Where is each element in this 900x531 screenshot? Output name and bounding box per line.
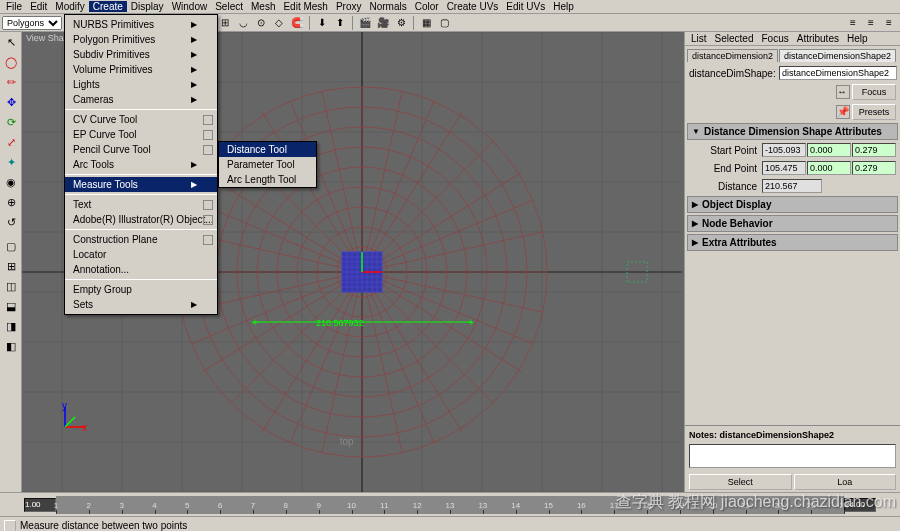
menu-display[interactable]: Display: [127, 1, 168, 12]
menu-create[interactable]: Create: [89, 1, 127, 12]
last-tool-icon[interactable]: ↺: [1, 213, 21, 231]
submenu-item[interactable]: Arc Length Tool: [219, 172, 316, 187]
section-distance-shape[interactable]: ▼ Distance Dimension Shape Attributes: [687, 123, 898, 140]
menu-file[interactable]: File: [2, 1, 26, 12]
submenu-item[interactable]: Parameter Tool: [219, 157, 316, 172]
menu-item[interactable]: Cameras▶: [65, 92, 217, 107]
start-y-field[interactable]: [807, 143, 851, 157]
script-toggle-icon[interactable]: [4, 520, 16, 532]
tab-transform[interactable]: distanceDimension2: [687, 49, 778, 62]
menu-edit-mesh[interactable]: Edit Mesh: [279, 1, 331, 12]
menu-item[interactable]: Measure Tools▶: [65, 177, 217, 192]
menu-edit-uvs[interactable]: Edit UVs: [502, 1, 549, 12]
custom-layout-icon[interactable]: ◧: [1, 337, 21, 355]
ipr-icon[interactable]: 🎥: [375, 15, 391, 31]
layout-icon[interactable]: ▦: [418, 15, 434, 31]
ae-menu-attributes[interactable]: Attributes: [793, 33, 843, 44]
menu-item[interactable]: Construction Plane: [65, 232, 217, 247]
end-z-field[interactable]: [852, 161, 896, 175]
menu-mesh[interactable]: Mesh: [247, 1, 279, 12]
ae-menu-help[interactable]: Help: [843, 33, 872, 44]
section-node-behavior[interactable]: ▶ Node Behavior: [687, 215, 898, 232]
menu-item[interactable]: Text: [65, 197, 217, 212]
menu-item[interactable]: EP Curve Tool: [65, 127, 217, 142]
lasso-tool-icon[interactable]: ◯: [1, 53, 21, 71]
end-x-field[interactable]: [762, 161, 806, 175]
nav-icon[interactable]: ↔: [836, 85, 850, 99]
submenu-item[interactable]: Distance Tool: [219, 142, 316, 157]
snap-point-icon[interactable]: ⊙: [253, 15, 269, 31]
panel-icon-1[interactable]: ≡: [845, 15, 861, 31]
menu-item[interactable]: NURBS Primitives▶: [65, 17, 217, 32]
hypershade-icon[interactable]: ◨: [1, 317, 21, 335]
ae-menubar[interactable]: List Selected Focus Attributes Help: [685, 32, 900, 46]
mode-selector[interactable]: Polygons: [2, 16, 62, 30]
start-x-field[interactable]: [762, 143, 806, 157]
menu-proxy[interactable]: Proxy: [332, 1, 366, 12]
menu-item[interactable]: Pencil Curve Tool: [65, 142, 217, 157]
menu-item[interactable]: CV Curve Tool: [65, 112, 217, 127]
universal-tool-icon[interactable]: ✦: [1, 153, 21, 171]
load-button[interactable]: Loa: [794, 474, 897, 490]
single-view-icon[interactable]: ▢: [1, 237, 21, 255]
main-menubar[interactable]: File Edit Modify Create Display Window S…: [0, 0, 900, 14]
menu-item[interactable]: Volume Primitives▶: [65, 62, 217, 77]
pin-icon[interactable]: 📌: [836, 105, 850, 119]
focus-button[interactable]: Focus: [852, 84, 896, 100]
snap-live-icon[interactable]: 🧲: [289, 15, 305, 31]
menu-edit[interactable]: Edit: [26, 1, 51, 12]
snap-grid-icon[interactable]: ⊞: [217, 15, 233, 31]
section-extra-attributes[interactable]: ▶ Extra Attributes: [687, 234, 898, 251]
shape-name-field[interactable]: [779, 66, 897, 80]
menu-item[interactable]: Locator: [65, 247, 217, 262]
axis-indicator-icon: x y: [60, 402, 90, 432]
tab-shape[interactable]: distanceDimensionShape2: [779, 49, 896, 62]
menu-create-uvs[interactable]: Create UVs: [443, 1, 503, 12]
render-settings-icon[interactable]: ⚙: [393, 15, 409, 31]
ae-menu-list[interactable]: List: [687, 33, 711, 44]
start-z-field[interactable]: [852, 143, 896, 157]
create-menu-dropdown[interactable]: NURBS Primitives▶Polygon Primitives▶Subd…: [64, 14, 218, 315]
ae-menu-selected[interactable]: Selected: [711, 33, 758, 44]
menu-item[interactable]: Lights▶: [65, 77, 217, 92]
menu-window[interactable]: Window: [168, 1, 212, 12]
menu-select[interactable]: Select: [211, 1, 247, 12]
scale-tool-icon[interactable]: ⤢: [1, 133, 21, 151]
menu-item[interactable]: Empty Group: [65, 282, 217, 297]
notes-textarea[interactable]: [689, 444, 896, 468]
range-start-field[interactable]: [24, 498, 56, 512]
presets-button[interactable]: Presets: [852, 104, 896, 120]
window-icon[interactable]: ▢: [436, 15, 452, 31]
four-view-icon[interactable]: ⊞: [1, 257, 21, 275]
menu-color[interactable]: Color: [411, 1, 443, 12]
measure-tools-submenu[interactable]: Distance ToolParameter ToolArc Length To…: [218, 141, 317, 188]
menu-item[interactable]: Sets▶: [65, 297, 217, 312]
end-y-field[interactable]: [807, 161, 851, 175]
move-tool-icon[interactable]: ✥: [1, 93, 21, 111]
soft-mod-icon[interactable]: ◉: [1, 173, 21, 191]
history-out-icon[interactable]: ⬆: [332, 15, 348, 31]
persp-outliner-icon[interactable]: ◫: [1, 277, 21, 295]
history-in-icon[interactable]: ⬇: [314, 15, 330, 31]
menu-item[interactable]: Subdiv Primitives▶: [65, 47, 217, 62]
menu-modify[interactable]: Modify: [51, 1, 88, 12]
section-object-display[interactable]: ▶ Object Display: [687, 196, 898, 213]
menu-help[interactable]: Help: [549, 1, 578, 12]
menu-item[interactable]: Polygon Primitives▶: [65, 32, 217, 47]
menu-normals[interactable]: Normals: [365, 1, 410, 12]
menu-item[interactable]: Annotation...: [65, 262, 217, 277]
panel-icon-3[interactable]: ≡: [881, 15, 897, 31]
menu-item[interactable]: Arc Tools▶: [65, 157, 217, 172]
snap-curve-icon[interactable]: ◡: [235, 15, 251, 31]
select-tool-icon[interactable]: ↖: [1, 33, 21, 51]
select-button[interactable]: Select: [689, 474, 792, 490]
rotate-tool-icon[interactable]: ⟳: [1, 113, 21, 131]
ae-menu-focus[interactable]: Focus: [757, 33, 792, 44]
menu-item[interactable]: Adobe(R) Illustrator(R) Object...: [65, 212, 217, 227]
panel-icon-2[interactable]: ≡: [863, 15, 879, 31]
persp-graph-icon[interactable]: ⬓: [1, 297, 21, 315]
paint-select-icon[interactable]: ✏: [1, 73, 21, 91]
snap-plane-icon[interactable]: ◇: [271, 15, 287, 31]
show-manip-icon[interactable]: ⊕: [1, 193, 21, 211]
render-icon[interactable]: 🎬: [357, 15, 373, 31]
